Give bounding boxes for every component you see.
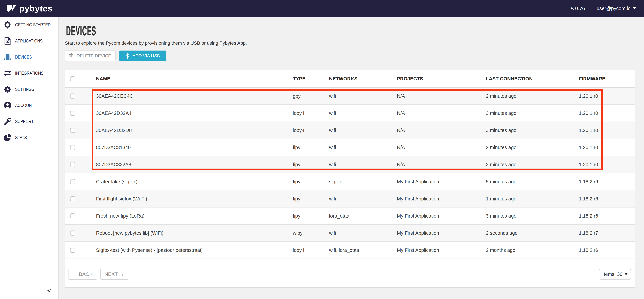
column-header-projects: PROJECTS [397, 76, 486, 82]
row-checkbox[interactable] [70, 248, 75, 253]
cell-networks: wifi [329, 196, 397, 202]
balance: € 0.76 [571, 6, 585, 11]
table-row[interactable]: 30AEA42D32A4lopy4wifiN/A3 minutes ago1.2… [65, 105, 635, 122]
cell-type: fipy [293, 162, 329, 168]
chevron-down-icon [633, 8, 636, 10]
sidebar-item-support[interactable]: SUPPORT [0, 114, 58, 130]
table-row[interactable]: 807D3AC322A8fipywifiN/A2 minutes ago1.20… [65, 156, 635, 173]
cell-type: fipy [293, 213, 329, 219]
table-row[interactable]: Fresh-new-fipy (LoRa)fipylora_otaaMy Fir… [65, 208, 635, 225]
sidebar-item-label: DEVICES [15, 54, 32, 60]
items-per-page-dropdown[interactable]: Items: 30 [599, 269, 631, 280]
cell-projects: My First Application [397, 196, 486, 202]
row-checkbox[interactable] [70, 128, 75, 133]
cell-type: lopy4 [293, 110, 329, 116]
row-checkbox[interactable] [70, 94, 75, 98]
getting-started-icon [4, 21, 12, 29]
sidebar-item-label: STATS [15, 135, 27, 140]
cell-networks: wifi [329, 110, 397, 116]
user-menu[interactable]: user@pycom.io [597, 6, 636, 11]
sidebar-item-label: SETTINGS [15, 87, 34, 92]
row-checkbox[interactable] [70, 196, 75, 201]
sidebar-item-applications[interactable]: APPLICATIONS [0, 33, 58, 49]
row-checkbox[interactable] [70, 145, 75, 150]
cell-projects: N/A [397, 93, 486, 99]
cell-type: fipy [293, 196, 329, 202]
row-checkbox[interactable] [70, 179, 75, 184]
sidebar: GETTING STARTED APPLICATIONS DEVICES INT… [0, 17, 59, 299]
cell-projects: N/A [397, 162, 486, 168]
sidebar-item-stats[interactable]: STATS [0, 130, 58, 146]
cell-projects: N/A [397, 145, 486, 150]
cell-name: Sigfox-test (with Pysense) - [pastoor pe… [96, 248, 293, 253]
cell-name: First flight sigfox (Wi-Fi) [96, 196, 293, 202]
cell-networks: wifi [329, 128, 397, 133]
cell-firmware: 1.18.2.r6 [579, 248, 635, 253]
cell-name: 30AEA42CEC4C [96, 93, 293, 99]
page-title: DEVICES [66, 24, 635, 37]
table-header: NAMETYPENETWORKSPROJECTSLAST CONNECTIONF… [65, 70, 635, 88]
cell-last-connection: 3 minutes ago [486, 128, 579, 133]
row-checkbox[interactable] [70, 230, 75, 236]
cell-last-connection: 2 months ago [486, 248, 579, 253]
cell-name: 807D3AC322A8 [96, 162, 293, 168]
table-row[interactable]: 807D3AC31340fipywifiN/A2 minutes ago1.20… [65, 139, 635, 156]
user-email: user@pycom.io [597, 6, 630, 11]
column-header-name: NAME [96, 76, 293, 82]
sidebar-item-label: SUPPORT [15, 119, 34, 124]
cell-projects: My First Application [397, 248, 486, 253]
account-icon [4, 102, 12, 109]
delete-device-button[interactable]: DELETE DEVICE [65, 50, 116, 61]
cell-projects: My First Application [397, 179, 486, 184]
add-via-usb-button[interactable]: ADD VIA USB [119, 50, 166, 61]
cell-type: fipy [293, 179, 329, 184]
logo-text: pybytes [19, 5, 52, 12]
select-all-checkbox[interactable] [70, 76, 75, 82]
cell-networks: wifi, lora_otaa [329, 248, 397, 253]
sidebar-item-account[interactable]: ACCOUNT [0, 97, 58, 114]
column-header-firmware: FIRMWARE [579, 76, 635, 82]
table-row[interactable]: 30AEA42CEC4CgpywifiN/A2 minutes ago1.20.… [65, 88, 635, 105]
table-row[interactable]: Crater-lake (sigfox)fipysigfoxMy First A… [65, 173, 635, 190]
settings-icon [4, 86, 12, 93]
cell-networks: wifi [329, 93, 397, 99]
cell-firmware: 1.18.2.r6 [579, 196, 635, 202]
row-checkbox[interactable] [70, 214, 75, 218]
main-content: DEVICES Start to explore the Pycom devic… [59, 17, 644, 299]
sidebar-collapse-button[interactable]: < [47, 287, 52, 294]
table-row[interactable]: Sigfox-test (with Pysense) - [pastoor pe… [65, 242, 635, 259]
cell-projects: N/A [397, 110, 486, 116]
sidebar-item-label: APPLICATIONS [15, 38, 42, 44]
trash-icon [69, 53, 74, 58]
sidebar-item-devices[interactable]: DEVICES [0, 49, 58, 65]
cell-networks: wifi [329, 230, 397, 236]
column-header-last-connection: LAST CONNECTION [486, 76, 579, 82]
cell-networks: wifi [329, 145, 397, 150]
table-row[interactable]: First flight sigfox (Wi-Fi)fipywifiMy Fi… [65, 190, 635, 208]
table-row[interactable]: 30AEA42D32D8lopy4wifiN/A3 minutes ago1.2… [65, 122, 635, 139]
sidebar-item-integrations[interactable]: INTEGRATIONS [0, 65, 58, 81]
cell-type: fipy [293, 145, 329, 150]
cell-firmware: 1.18.2.r7 [579, 230, 635, 236]
table-row[interactable]: Reboot [new pybytes lib] (WiFi)wipywifiM… [65, 225, 635, 242]
row-checkbox[interactable] [70, 162, 75, 167]
row-checkbox[interactable] [70, 111, 75, 116]
support-icon [4, 118, 12, 126]
cell-name: 30AEA42D32D8 [96, 128, 293, 133]
sidebar-item-label: INTEGRATIONS [15, 70, 44, 76]
back-button[interactable]: ← BACK [68, 268, 97, 280]
cell-firmware: 1.20.1.r0 [579, 93, 635, 99]
cell-firmware: 1.20.1.r0 [579, 162, 635, 168]
cell-name: 807D3AC31340 [96, 145, 293, 150]
chevron-down-icon [624, 273, 628, 275]
column-header-networks: NETWORKS [329, 76, 397, 82]
sidebar-item-settings[interactable]: SETTINGS [0, 81, 58, 97]
device-table-body: 30AEA42CEC4CgpywifiN/A2 minutes ago1.20.… [65, 88, 635, 259]
next-button[interactable]: NEXT → [100, 268, 128, 280]
cell-type: wipy [293, 230, 329, 236]
cell-name: 30AEA42D32A4 [96, 110, 293, 116]
sidebar-nav: GETTING STARTED APPLICATIONS DEVICES INT… [0, 17, 58, 146]
sidebar-item-getting-started[interactable]: GETTING STARTED [0, 17, 58, 33]
devices-icon [4, 53, 12, 61]
cell-name: Reboot [new pybytes lib] (WiFi) [96, 230, 293, 236]
